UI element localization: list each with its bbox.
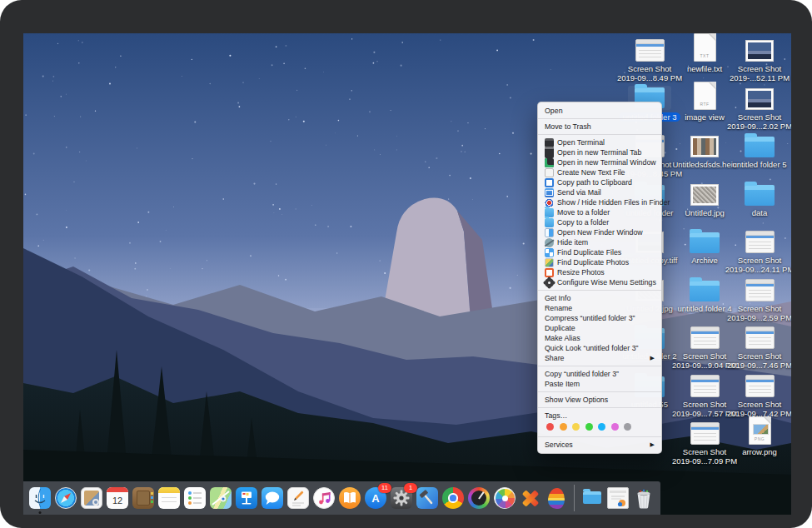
- menu-item-open[interactable]: Open: [538, 106, 661, 116]
- dock-app-store-icon[interactable]: A11: [364, 486, 387, 510]
- item-label-line: untitled folder 5: [722, 160, 791, 169]
- menu-item-label: Tags…: [545, 411, 567, 420]
- item-label-line: 2019-09...8.49 PM: [612, 73, 687, 82]
- dock-itunes-icon[interactable]: [312, 486, 336, 510]
- menu-item-show-view-options[interactable]: Show View Options: [538, 395, 661, 405]
- menu-item-create-new-text-file[interactable]: Create New Text File: [538, 167, 661, 177]
- clipboard-icon: [545, 178, 554, 187]
- desktop-item-screen-shot-2019-52-11-pm[interactable]: Screen Shot2019-...52.11 PM: [733, 35, 786, 82]
- dock-system-preferences-icon[interactable]: 1: [390, 486, 413, 510]
- dup-files-icon: [545, 248, 554, 257]
- menu-item-label: Find Duplicate Photos: [557, 258, 629, 266]
- dock-rainbow-head-app-icon[interactable]: [545, 486, 568, 510]
- dock-trash-icon[interactable]: [632, 486, 655, 510]
- menu-item-copy-path-to-clipboard[interactable]: Copy path to Clipboard: [538, 177, 661, 187]
- dock-xcode-icon[interactable]: [416, 486, 439, 510]
- menu-item-copy-untitled-folder-3[interactable]: Copy “untitled folder 3”: [538, 369, 661, 379]
- image-file-icon: [745, 88, 774, 110]
- desktop-item-screen-shot-2019-09-7-46-pm[interactable]: Screen Shot2019-09...7.46 PM: [733, 322, 786, 370]
- desktop-screen: Screen Shot2019-09...8.49 PMuntitled fol…: [23, 33, 791, 515]
- menu-item-open-in-new-terminal-tab[interactable]: Open in new Terminal Tab: [538, 147, 661, 157]
- menu-item-configure-wise-menu-settings[interactable]: Configure Wise Menu Settings: [538, 277, 661, 287]
- dock-ibooks-icon[interactable]: [338, 486, 361, 510]
- dock-color-meter-icon[interactable]: [467, 486, 491, 510]
- menu-item-find-duplicate-files[interactable]: Find Duplicate Files: [538, 247, 661, 257]
- item-label-line: Screen Shot: [722, 400, 791, 409]
- dock-photos-icon[interactable]: [493, 486, 516, 510]
- image-file-icon: [690, 136, 719, 157]
- menu-item-label: Get Info: [545, 294, 570, 302]
- menu-item-send-via-mail[interactable]: Send via Mail: [538, 187, 661, 197]
- dock-minimized-window-icon[interactable]: [606, 486, 630, 510]
- menu-item-show-hide-hidden-files-in-finder[interactable]: Show / Hide Hidden Files in Finder: [538, 197, 661, 207]
- menu-item-tags[interactable]: Tags…: [538, 411, 661, 421]
- menu-item-duplicate[interactable]: Duplicate: [538, 323, 661, 333]
- desktop-item-screen-shot-2019-09-2-59-pm[interactable]: Screen Shot2019-09...2.59 PM: [733, 275, 786, 322]
- menu-item-open-terminal[interactable]: Open Terminal: [538, 137, 661, 147]
- tag-dot-6[interactable]: [624, 423, 631, 431]
- dock-reminders-icon[interactable]: [183, 486, 207, 510]
- menu-item-copy-to-a-folder[interactable]: Copy to a folder: [538, 217, 661, 227]
- menu-item-move-to-a-folder[interactable]: Move to a folder: [538, 207, 661, 217]
- desktop-item-screen-shot-2019-09-7-09-pm[interactable]: Screen Shot2019-09...7.09 PM: [678, 418, 731, 466]
- desktop-item-screen-shot-2019-09-24-11-pm[interactable]: Screen Shot2019-09...24.11 PM: [733, 227, 786, 274]
- menu-item-open-in-new-terminal-window[interactable]: Open in new Terminal Window: [538, 157, 661, 167]
- menu-item-label: Open in new Terminal Window: [557, 158, 656, 167]
- dock-notes-icon[interactable]: [157, 486, 181, 510]
- screenshot-file-icon: [745, 279, 775, 301]
- mail-icon: [545, 188, 554, 197]
- screenshot-file-icon: [745, 375, 775, 397]
- desktop-item-screen-shot-2019-09-7-42-pm[interactable]: Screen Shot2019-09...7.42 PM: [733, 371, 786, 418]
- dock-contacts-icon[interactable]: [132, 486, 155, 510]
- item-label-line: 2019-09...2.59 PM: [722, 313, 791, 322]
- dock-messages-icon[interactable]: [261, 486, 284, 510]
- menu-item-find-duplicate-photos[interactable]: Find Duplicate Photos: [538, 257, 661, 267]
- tag-dot-1[interactable]: [560, 423, 567, 431]
- menu-item-hide-item[interactable]: Hide item: [538, 237, 661, 247]
- image-file-icon: [690, 184, 719, 206]
- menu-item-quick-look-untitled-folder-3[interactable]: Quick Look “untitled folder 3”: [538, 343, 661, 353]
- dock-x-app-icon[interactable]: [519, 486, 542, 510]
- menu-separator: [538, 290, 661, 291]
- menu-item-make-alias[interactable]: Make Alias: [538, 333, 661, 343]
- menu-item-label: Send via Mail: [557, 188, 601, 197]
- tag-dot-5[interactable]: [611, 423, 619, 431]
- dock-pages-icon[interactable]: [286, 486, 310, 510]
- menu-item-services[interactable]: Services▶: [538, 440, 661, 450]
- menu-item-compress-untitled-folder-3[interactable]: Compress “untitled folder 3”: [538, 313, 661, 323]
- menu-item-paste-item[interactable]: Paste Item: [538, 379, 661, 389]
- menu-item-label: Find Duplicate Files: [557, 248, 621, 257]
- document-file-icon: PNG: [749, 416, 771, 445]
- menu-item-resize-photos[interactable]: Resize Photos: [538, 267, 661, 277]
- menu-item-move-to-trash[interactable]: Move to Trash: [538, 122, 661, 132]
- item-label-line: Screen Shot: [722, 351, 791, 361]
- dock-safari-icon[interactable]: [54, 486, 77, 510]
- notification-badge: 1: [404, 483, 417, 493]
- menu-item-label: Services: [545, 441, 573, 449]
- desktop-item-screen-shot-2019-09-2-02-pm[interactable]: Screen Shot2019-09...2.02 PM: [733, 83, 786, 131]
- tag-dot-2[interactable]: [572, 423, 580, 431]
- menu-item-get-info[interactable]: Get Info: [538, 293, 661, 303]
- dock-dock-folder-icon[interactable]: [580, 486, 604, 510]
- menu-item-rename[interactable]: Rename: [538, 303, 661, 313]
- resize-icon: [545, 268, 554, 277]
- dock-chrome-icon[interactable]: [441, 486, 465, 510]
- desktop-item-untitled-folder-5[interactable]: untitled folder 5: [733, 131, 786, 169]
- dock-keynote-icon[interactable]: [235, 486, 258, 510]
- dock-maps-icon[interactable]: [209, 486, 232, 510]
- running-indicator: [39, 511, 42, 514]
- tag-dot-3[interactable]: [585, 423, 593, 431]
- menu-item-share[interactable]: Share▶: [538, 353, 661, 363]
- dock-calendar-icon[interactable]: 12: [106, 486, 129, 510]
- dock-finder-icon[interactable]: [28, 486, 52, 510]
- desktop-item-screen-shot-2019-09-8-49-pm[interactable]: Screen Shot2019-09...8.49 PM: [623, 35, 676, 82]
- item-label-line: 2019-09...7.09 PM: [667, 456, 742, 466]
- desktop-item-arrow-png[interactable]: PNGarrow.png: [733, 418, 786, 456]
- item-label-line: 2019-09...2.02 PM: [722, 122, 791, 131]
- tag-dot-0[interactable]: [546, 423, 554, 431]
- desktop-item-data[interactable]: data: [733, 179, 786, 217]
- menu-item-open-new-finder-window[interactable]: Open New Finder Window: [538, 227, 661, 237]
- tag-dot-4[interactable]: [598, 423, 605, 431]
- dock-preview-icon[interactable]: [80, 486, 103, 510]
- item-label-line: Screen Shot: [722, 304, 791, 313]
